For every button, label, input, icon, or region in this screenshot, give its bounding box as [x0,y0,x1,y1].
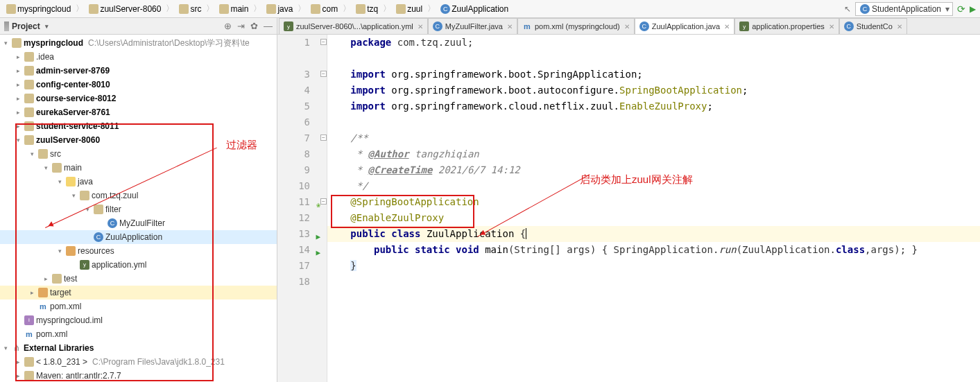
code-line[interactable]: * @Author tangzhiqian [327,146,980,162]
code-line[interactable]: import org.springframework.boot.autoconf… [327,83,980,98]
tree-label: config-center-8010 [36,78,110,92]
code-body[interactable]: package com.tzq.zuul; import org.springf… [327,35,980,382]
breadcrumbs[interactable]: myspringcloud〉zuulServer-8060〉src〉main〉j… [4,3,510,15]
folder-icon [24,357,34,367]
tree-node[interactable]: yapplication.yml [0,258,277,272]
iml-icon: i [24,315,34,325]
spring-gutter-icon[interactable]: ❀ [311,197,320,207]
tree-arrow[interactable]: ▸ [14,64,22,78]
code-line[interactable] [327,114,980,130]
breadcrumb-item[interactable]: java [264,3,295,15]
tree-node[interactable]: ▸course-service-8012 [0,92,277,105]
project-tree[interactable]: ▾ myspringcloud C:\Users\Administrator\D… [0,35,277,382]
editor-tabs[interactable]: yzuulServer-8060\...\application.yml✕CMy… [277,18,980,35]
back-icon[interactable]: ↖ [844,4,851,14]
tree-node[interactable]: ▾main [0,161,277,175]
close-icon[interactable]: ✕ [418,23,423,31]
build-icon[interactable]: ⟳ [957,3,965,15]
tree-arrow[interactable]: ▸ [42,272,50,286]
tree-node[interactable]: ▸admin-server-8769 [0,64,277,78]
tree-label: MyZuulFilter [119,216,165,230]
close-icon[interactable]: ✕ [897,23,902,31]
tree-arrow[interactable]: ▸ [14,50,22,64]
tree-node[interactable]: ▾com.tzq.zuul [0,189,277,202]
code-line[interactable]: @EnableZuulProxy [327,210,980,226]
code-line[interactable]: package com.tzq.zuul; [327,35,980,51]
close-icon[interactable]: ✕ [724,23,730,31]
close-icon[interactable]: ✕ [507,23,513,31]
code-line[interactable]: import org.springframework.cloud.netflix… [327,98,980,114]
breadcrumb-item[interactable]: src [177,3,203,15]
code-line[interactable]: } [327,258,980,274]
tree-node[interactable]: ▸eurekaServer-8761 [0,105,277,119]
tree-node[interactable]: mpom.xml [0,327,277,341]
breadcrumb-item[interactable]: com [309,3,340,15]
breadcrumb-item[interactable]: CZuulApplication [438,3,510,15]
target-icon[interactable]: ⊕ [224,21,232,31]
breadcrumb-item[interactable]: myspringcloud [4,3,73,15]
sidebar-title[interactable]: Project ▾ [4,21,49,31]
breadcrumb-item[interactable]: zuulServer-8060 [87,3,163,15]
fold-icon[interactable]: − [320,198,327,205]
breadcrumb-item[interactable]: main [217,3,250,15]
run-gutter-icon[interactable]: ▶ [311,245,320,254]
collapse-icon[interactable]: ⇥ [237,21,245,31]
fold-icon[interactable]: − [320,71,327,77]
tree-arrow[interactable]: ▸ [14,78,22,92]
tree-node[interactable]: ▾filter [0,202,277,216]
maven-node[interactable]: ▸ Maven: antlr:antlr:2.7.7 [0,369,277,382]
tree-node[interactable]: imyspringcloud.iml [0,313,277,327]
tree-arrow[interactable]: ▾ [14,133,22,147]
tree-arrow[interactable]: ▾ [55,175,64,189]
code-line[interactable]: public static void main(String[] args) {… [327,242,980,258]
external-libraries[interactable]: ▾ ⋔ External Libraries [0,341,277,355]
tree-arrow[interactable]: ▸ [28,286,36,299]
tree-arrow[interactable]: ▸ [14,92,22,105]
breadcrumb-label: zuulServer-8060 [100,4,161,14]
code-line[interactable] [327,274,980,290]
fold-icon[interactable]: − [320,134,327,141]
editor-tab[interactable]: yzuulServer-8060\...\application.yml✕ [279,18,428,34]
editor-tab[interactable]: yapplication.properties✕ [734,18,839,34]
tree-node[interactable]: ▸config-center-8010 [0,78,277,92]
editor-tab[interactable]: mpom.xml (myspringcloud)✕ [517,18,635,34]
tree-arrow[interactable]: ▾ [55,244,64,258]
hide-icon[interactable]: — [264,21,273,31]
tree-node[interactable]: ▸.idea [0,50,277,64]
code-line[interactable] [327,51,980,67]
settings-icon[interactable]: ✿ [250,21,258,31]
tree-node[interactable]: ▸student-service-8011 [0,119,277,133]
tree-node[interactable]: ▾resources [0,244,277,258]
tree-arrow[interactable]: ▾ [42,161,50,175]
editor-tab[interactable]: CZuulApplication.java✕ [635,18,734,34]
fold-icon[interactable]: − [320,39,327,45]
code-editor[interactable]: 1−3−4567−891011❀−1213▶14▶1718 package co… [277,35,980,382]
editor-tab[interactable]: CStudentCo✕ [839,18,907,34]
code-line[interactable]: public class ZuulApplication { [327,226,980,242]
close-icon[interactable]: ✕ [829,23,834,31]
breadcrumb-item[interactable]: tzq [354,3,380,15]
run-icon[interactable]: ▶ [970,4,976,14]
code-line[interactable]: import org.springframework.boot.SpringAp… [327,67,980,83]
tree-node[interactable]: CMyZuulFilter [0,216,277,230]
project-root[interactable]: ▾ myspringcloud C:\Users\Administrator\D… [0,36,277,50]
tree-node[interactable]: ▾java [0,175,277,189]
tree-node[interactable]: ▸target [0,286,277,299]
run-config-select[interactable]: C StudentApplication [855,2,953,16]
folder-icon [219,4,229,14]
tree-node[interactable]: ▸test [0,272,277,286]
tree-node[interactable]: CZuulApplication [0,230,277,244]
close-icon[interactable]: ✕ [624,23,630,31]
jdk-node[interactable]: ▸ < 1.8.0_231 > C:\Program Files\Java\jd… [0,355,277,369]
code-line[interactable]: @SpringBootApplication [327,194,980,210]
tree-arrow[interactable]: ▸ [14,105,22,119]
tree-node[interactable]: mpom.xml [0,299,277,313]
code-line[interactable]: /** [327,130,980,146]
editor-tab[interactable]: CMyZuulFilter.java✕ [428,18,517,34]
breadcrumb-item[interactable]: zuul [394,3,424,15]
tree-arrow[interactable]: ▸ [14,119,22,133]
folder-icon [66,177,76,186]
run-gutter-icon[interactable]: ▶ [311,229,320,238]
tree-arrow[interactable]: ▾ [69,189,78,202]
tree-arrow[interactable]: ▾ [28,147,36,161]
